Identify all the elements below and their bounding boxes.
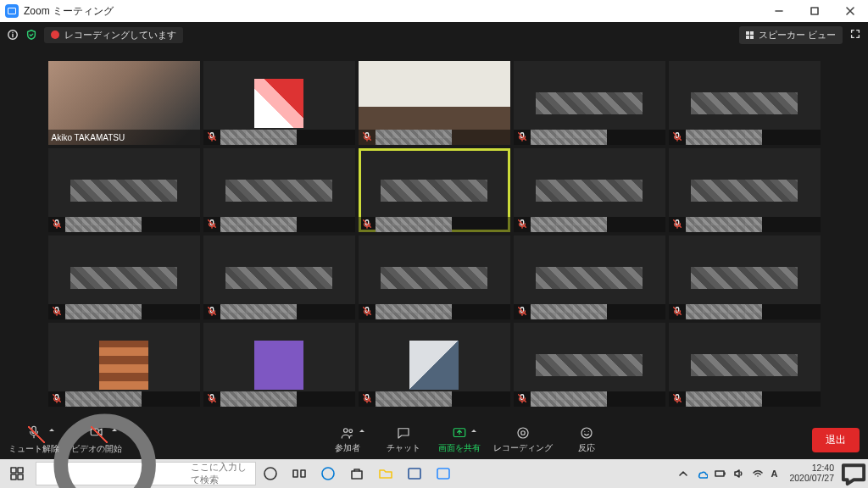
action-center-button[interactable] — [839, 459, 868, 488]
blurred-name-center — [691, 354, 797, 376]
speaker-view-label: スピーカー ビュー — [759, 29, 836, 42]
participant-tile[interactable] — [669, 236, 821, 319]
cortana-button[interactable] — [256, 459, 285, 488]
close-button[interactable] — [832, 0, 868, 22]
participant-tile[interactable] — [48, 323, 200, 407]
mic-muted-icon — [362, 131, 372, 143]
participant-tile[interactable] — [359, 61, 510, 145]
blurred-name — [220, 391, 297, 407]
reactions-label: 反応 — [578, 442, 595, 454]
participant-tile[interactable] — [514, 61, 665, 145]
participant-label-bar — [669, 304, 821, 319]
notification-icon — [839, 459, 868, 488]
taskbar-app-edge[interactable] — [314, 459, 342, 488]
svg-rect-29 — [11, 468, 16, 473]
participant-label-bar — [359, 304, 510, 319]
blurred-name — [65, 304, 142, 319]
blurred-name-center — [70, 180, 176, 202]
participant-tile[interactable] — [203, 148, 355, 232]
record-label: レコーディング — [493, 442, 553, 454]
start-video-button[interactable]: ビデオの開始 — [71, 424, 122, 455]
participant-tile[interactable] — [203, 236, 355, 319]
window-titlebar: Zoom ミーティング — [0, 0, 868, 22]
avatar-image — [254, 341, 303, 390]
participant-tile[interactable] — [514, 323, 665, 407]
fullscreen-button[interactable] — [849, 28, 861, 42]
share-screen-icon — [452, 425, 467, 441]
blurred-name — [531, 130, 607, 145]
participant-tile[interactable] — [514, 236, 665, 319]
participant-tile[interactable] — [359, 236, 510, 319]
taskbar-app-explorer[interactable] — [371, 459, 400, 488]
participants-button[interactable]: 参加者 — [326, 425, 370, 454]
mic-muted-icon — [517, 219, 527, 230]
search-input[interactable]: ここに入力して検索 — [36, 462, 256, 485]
blurred-name — [686, 217, 762, 232]
search-placeholder: ここに入力して検索 — [191, 461, 248, 486]
ime-indicator[interactable]: A — [771, 469, 777, 479]
mic-muted-icon — [207, 393, 217, 405]
wifi-icon — [752, 468, 764, 480]
blurred-name-center — [225, 267, 331, 289]
encryption-shield-icon[interactable] — [25, 29, 37, 41]
taskbar-app-word[interactable] — [400, 459, 429, 488]
gallery-view: Akiko TAKAMATSU — [0, 47, 868, 420]
clock[interactable]: 12:40 2020/07/27 — [784, 463, 839, 483]
start-button[interactable] — [0, 459, 34, 488]
blurred-name-center — [691, 180, 797, 202]
meeting-top-bar: レコーディングしています スピーカー ビュー — [0, 22, 868, 47]
task-view-button[interactable] — [285, 459, 314, 488]
mic-muted-icon — [362, 306, 372, 318]
video-off-icon — [89, 424, 104, 441]
leave-button[interactable]: 退出 — [812, 428, 860, 452]
record-button[interactable]: レコーディング — [493, 425, 553, 454]
mic-muted-icon — [517, 306, 527, 318]
participant-tile[interactable] — [669, 148, 821, 232]
participant-tile[interactable] — [669, 323, 821, 407]
info-icon[interactable] — [7, 29, 19, 41]
avatar-image — [409, 341, 459, 390]
participant-label-bar — [514, 217, 665, 232]
participant-tile[interactable] — [359, 148, 510, 232]
participant-tile[interactable] — [48, 148, 200, 232]
svg-rect-22 — [91, 429, 98, 435]
windows-taskbar: ここに入力して検索 A 12:40 2020/07/27 — [0, 459, 868, 488]
system-tray[interactable]: A — [670, 468, 784, 480]
recording-indicator[interactable]: レコーディングしています — [44, 27, 183, 43]
blurred-name-center — [225, 180, 331, 202]
blurred-name-center — [691, 92, 797, 114]
participant-label-bar: Akiko TAKAMATSU — [48, 130, 200, 145]
zoom-icon — [436, 466, 451, 481]
svg-point-34 — [264, 468, 276, 480]
participant-tile[interactable] — [514, 148, 665, 232]
chat-icon — [396, 425, 411, 441]
participant-tile[interactable] — [669, 61, 821, 145]
svg-rect-38 — [409, 469, 420, 479]
chat-button[interactable]: チャット — [381, 425, 426, 454]
speaker-view-button[interactable]: スピーカー ビュー — [739, 26, 843, 44]
taskbar-app-store[interactable] — [342, 459, 371, 488]
svg-rect-0 — [811, 8, 818, 14]
unmute-button[interactable]: ミュート解除 — [8, 424, 59, 455]
participant-tile[interactable]: Akiko TAKAMATSU — [48, 61, 200, 145]
svg-rect-39 — [437, 469, 449, 479]
window-title: Zoom ミーティング — [24, 4, 114, 19]
participant-label-bar — [48, 304, 200, 319]
maximize-button[interactable] — [797, 0, 832, 22]
minimize-button[interactable] — [761, 0, 797, 22]
participant-tile[interactable] — [203, 61, 355, 145]
blurred-name-center — [381, 267, 487, 289]
participant-label-bar — [203, 217, 355, 232]
blurred-name — [376, 217, 452, 232]
participant-tile[interactable] — [359, 323, 510, 407]
mic-muted-icon — [52, 219, 62, 230]
mic-muted-icon — [207, 219, 217, 230]
participant-tile[interactable] — [48, 236, 200, 319]
reactions-button[interactable]: 反応 — [565, 425, 609, 454]
participant-label-bar — [359, 130, 510, 145]
svg-point-37 — [322, 468, 334, 480]
participant-tile[interactable] — [203, 323, 355, 407]
share-screen-button[interactable]: 画面を共有 — [437, 425, 481, 454]
participant-label-bar — [203, 391, 355, 407]
taskbar-app-zoom[interactable] — [429, 459, 458, 488]
